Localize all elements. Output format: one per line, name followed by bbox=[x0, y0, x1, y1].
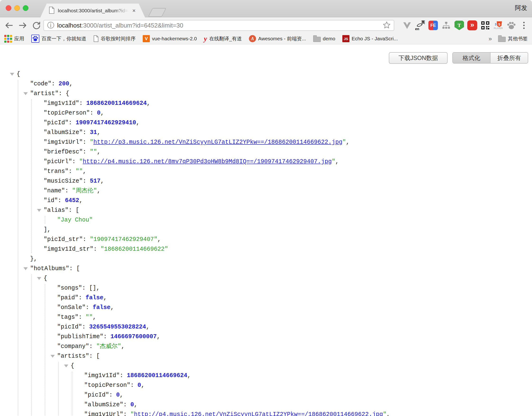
maximize-window-button[interactable] bbox=[23, 5, 28, 11]
json-key: "img1v1Url" bbox=[44, 139, 83, 146]
json-link[interactable]: http://p3.music.126.net/VnZiScyynLG7atLI… bbox=[93, 139, 342, 146]
tampermonkey-extension-icon[interactable]: T bbox=[454, 20, 465, 31]
json-line: "img1v1Id": 18686200114669624, bbox=[0, 371, 532, 380]
collapse-triangle-icon[interactable] bbox=[23, 267, 28, 270]
json-number: 0 bbox=[130, 401, 134, 408]
json-punctuation: , bbox=[146, 323, 150, 330]
bookmark-youdao[interactable]: y在线翻译_有道 bbox=[204, 35, 242, 42]
json-key: "briefDesc" bbox=[44, 148, 83, 155]
other-bookmarks-folder[interactable]: 其他书签 bbox=[498, 35, 528, 42]
json-line: "img1v1Id": 18686200114669624, bbox=[0, 98, 532, 108]
bookmark-label: 应用 bbox=[14, 35, 24, 42]
json-number: 18686200114669624 bbox=[127, 372, 187, 379]
fast-forward-extension-icon[interactable]: » bbox=[467, 20, 478, 31]
vue-devtools-extension-icon[interactable] bbox=[402, 20, 412, 31]
json-line: "name": "周杰伦", bbox=[0, 186, 532, 196]
json-key: "artists" bbox=[57, 353, 89, 359]
fe-extension-icon[interactable]: FE bbox=[428, 20, 439, 31]
minimize-window-button[interactable] bbox=[14, 5, 20, 11]
bookmark-label: 百度一下，你就知道 bbox=[41, 35, 86, 42]
tab-close-icon[interactable]: × bbox=[132, 7, 136, 14]
json-key: "albumSize" bbox=[44, 129, 83, 136]
json-punctuation: , bbox=[120, 392, 123, 398]
json-key: "songs" bbox=[57, 285, 82, 291]
json-key: "tags" bbox=[57, 314, 78, 321]
bookmark-awesomes[interactable]: AAwesomes - 前端资... bbox=[249, 35, 306, 42]
json-punctuation: : bbox=[58, 197, 65, 204]
json-punctuation: : [ bbox=[69, 265, 80, 272]
youdao-icon: y bbox=[204, 35, 207, 42]
close-window-button[interactable] bbox=[6, 5, 11, 11]
profile-name[interactable]: 阿发 bbox=[515, 4, 527, 12]
bookmarks-overflow-chevron[interactable]: » bbox=[489, 35, 492, 42]
bookmark-star-icon[interactable] bbox=[383, 21, 390, 30]
json-punctuation: : bbox=[78, 314, 86, 321]
json-key: "id" bbox=[44, 197, 58, 204]
json-punctuation: , bbox=[141, 382, 145, 389]
json-number: 6452 bbox=[65, 197, 79, 204]
json-link[interactable]: http://p4.music.126.net/8mv7qP30Pd3oHW8b… bbox=[83, 158, 332, 165]
collapse-triangle-icon[interactable] bbox=[50, 355, 55, 358]
translate-extension-icon[interactable]: 英en bbox=[415, 20, 426, 31]
json-number: 0 bbox=[97, 110, 101, 116]
json-punctuation: : bbox=[86, 304, 93, 311]
json-key: "publishTime" bbox=[57, 333, 103, 340]
json-punctuation: , bbox=[386, 411, 390, 416]
format-button[interactable]: 格式化 bbox=[453, 53, 491, 63]
browser-menu-icon[interactable] bbox=[519, 20, 529, 31]
qr-code-extension-icon[interactable] bbox=[480, 20, 491, 31]
sitemap-extension-icon[interactable] bbox=[441, 20, 452, 31]
json-line: { bbox=[0, 69, 532, 79]
json-line: "tags": "", bbox=[0, 312, 532, 322]
json-number: 517 bbox=[90, 178, 101, 184]
bookmark-echojs[interactable]: JSEcho JS - JavaScri... bbox=[342, 35, 398, 42]
download-json-button[interactable]: 下载JSON数据 bbox=[389, 52, 448, 64]
bookmark-baidu[interactable]: 百度一下，你就知道 bbox=[31, 35, 86, 43]
bookmark-vue-hackernews[interactable]: Vvue-hackernews-2.0 bbox=[143, 35, 197, 42]
paw-extension-icon[interactable] bbox=[506, 20, 517, 31]
bookmark-demo[interactable]: demo bbox=[313, 35, 335, 42]
page-info-icon[interactable]: ⓘ bbox=[47, 22, 54, 29]
json-punctuation: : bbox=[82, 323, 89, 330]
address-bar[interactable]: ⓘ localhost:3000/artist_album?id=6452&li… bbox=[43, 20, 394, 31]
json-link[interactable]: http://p4.music.126.net/VnZiScyynLG7atLI… bbox=[134, 411, 383, 416]
json-number: false bbox=[93, 304, 111, 311]
json-punctuation: : bbox=[123, 401, 130, 408]
collapse-triangle-icon[interactable] bbox=[37, 209, 41, 212]
json-punctuation: , bbox=[335, 158, 339, 165]
browser-tab[interactable]: localhost:3000/artist_album?id=6452&limi… bbox=[40, 4, 145, 18]
bookmark-apps[interactable]: 应用 bbox=[4, 35, 24, 43]
forward-button[interactable] bbox=[18, 20, 28, 31]
json-number: 200 bbox=[58, 80, 69, 87]
json-punctuation: , bbox=[157, 333, 160, 340]
json-line: "albumSize": 31, bbox=[0, 128, 532, 137]
back-button[interactable] bbox=[4, 20, 14, 31]
json-punctuation: : bbox=[79, 100, 86, 107]
json-string: "" bbox=[86, 314, 93, 321]
navigation-toolbar: ⓘ localhost:3000/artist_album?id=6452&li… bbox=[0, 17, 532, 33]
json-line: "musicSize": 517, bbox=[0, 176, 532, 186]
collapse-triangle-icon[interactable] bbox=[37, 277, 41, 280]
json-line: "artists": [ bbox=[0, 351, 532, 361]
json-line: "hotAlbums": [ bbox=[0, 264, 532, 273]
collapse-all-button[interactable]: 折叠所有 bbox=[491, 53, 528, 63]
json-punctuation: : bbox=[68, 168, 76, 175]
json-line: "topicPerson": 0, bbox=[0, 380, 532, 390]
collapse-triangle-icon[interactable] bbox=[64, 365, 68, 367]
json-punctuation: , bbox=[103, 294, 107, 301]
reload-button[interactable] bbox=[31, 20, 42, 31]
json-line: "briefDesc": "", bbox=[0, 147, 532, 157]
tab-title: localhost:3000/artist_album?id=6452&limi… bbox=[58, 8, 131, 13]
json-punctuation: : bbox=[68, 119, 76, 126]
awesomes-icon: A bbox=[249, 35, 256, 42]
json-string: " bbox=[332, 158, 335, 165]
json-string: " bbox=[130, 411, 134, 416]
collapse-triangle-icon[interactable] bbox=[10, 73, 14, 76]
bookmark-google-sort[interactable]: 谷歌按时间排序 bbox=[93, 35, 136, 42]
json-punctuation: , bbox=[83, 168, 86, 175]
json-line: { bbox=[0, 273, 532, 283]
collapse-triangle-icon[interactable] bbox=[23, 92, 28, 95]
json-line: "picId": 19097417462929410, bbox=[0, 118, 532, 128]
html5-player-extension-icon[interactable]: 35PLAYER bbox=[493, 20, 504, 31]
echojs-icon: JS bbox=[342, 35, 350, 42]
